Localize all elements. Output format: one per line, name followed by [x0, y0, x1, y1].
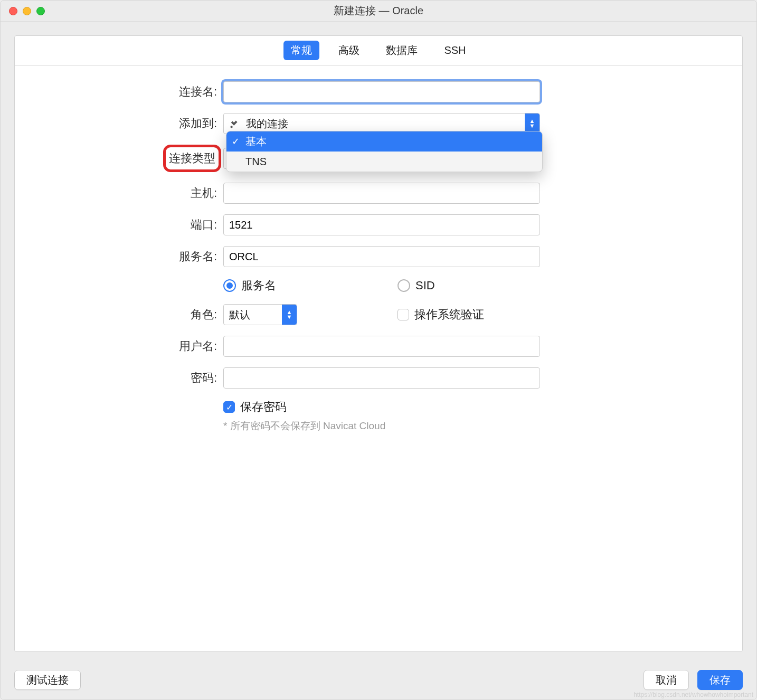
test-connection-button[interactable]: 测试连接 [14, 670, 81, 690]
tab-advanced[interactable]: 高级 [331, 41, 367, 60]
check-icon: ✓ [232, 136, 240, 147]
port-input[interactable] [223, 214, 540, 235]
content-panel: 常规 高级 数据库 SSH 连接名: 添加到: 我的连接 [14, 35, 743, 652]
password-input[interactable] [223, 367, 540, 389]
window-title: 新建连接 — Oracle [1, 4, 756, 18]
watermark: https://blog.csdn.net/whowhowhoimportant [633, 691, 753, 698]
connection-name-label: 连接名: [15, 84, 223, 100]
dialog-footer: 测试连接 取消 保存 [14, 670, 743, 690]
save-password-label: 保存密码 [240, 399, 287, 415]
connection-type-dropdown[interactable]: ✓ 基本 TNS [226, 131, 543, 172]
form: 连接名: 添加到: 我的连接 ▲▼ [15, 65, 742, 433]
dropdown-option-basic[interactable]: ✓ 基本 [226, 131, 542, 152]
connection-type-label: 连接类型 [163, 145, 221, 172]
os-auth-checkbox[interactable] [398, 309, 409, 320]
new-connection-window: 新建连接 — Oracle 常规 高级 数据库 SSH 连接名: 添加到: [0, 0, 757, 700]
username-label: 用户名: [15, 338, 223, 354]
add-to-label: 添加到: [15, 116, 223, 131]
service-name-label: 服务名: [15, 249, 223, 264]
plug-icon [229, 118, 241, 129]
service-name-input[interactable] [223, 246, 540, 267]
dropdown-option-tns[interactable]: TNS [226, 152, 542, 172]
service-name-radio-label: 服务名 [241, 278, 276, 294]
chevron-updown-icon: ▲▼ [282, 305, 297, 325]
connection-name-input[interactable] [223, 81, 540, 102]
password-label: 密码: [15, 370, 223, 386]
host-input[interactable] [223, 183, 540, 204]
add-to-value: 我的连接 [246, 117, 288, 131]
tab-general[interactable]: 常规 [283, 41, 319, 60]
service-name-radio[interactable] [223, 279, 236, 292]
role-label: 角色: [15, 307, 223, 323]
tabs: 常规 高级 数据库 SSH [15, 36, 742, 65]
os-auth-label: 操作系统验证 [414, 307, 484, 323]
sid-radio-label: SID [415, 279, 435, 292]
save-button[interactable]: 保存 [697, 670, 743, 690]
cancel-button[interactable]: 取消 [644, 670, 689, 690]
titlebar: 新建连接 — Oracle [1, 1, 756, 22]
username-input[interactable] [223, 336, 540, 357]
host-label: 主机: [15, 185, 223, 201]
sid-radio[interactable] [398, 279, 410, 292]
svg-rect-0 [231, 126, 233, 128]
tab-ssh[interactable]: SSH [437, 42, 473, 59]
tab-database[interactable]: 数据库 [378, 41, 425, 60]
port-label: 端口: [15, 217, 223, 233]
save-password-checkbox[interactable]: ✓ [223, 401, 235, 413]
password-hint: * 所有密码不会保存到 Navicat Cloud [223, 419, 385, 433]
role-select[interactable]: 默认 ▲▼ [223, 304, 297, 325]
